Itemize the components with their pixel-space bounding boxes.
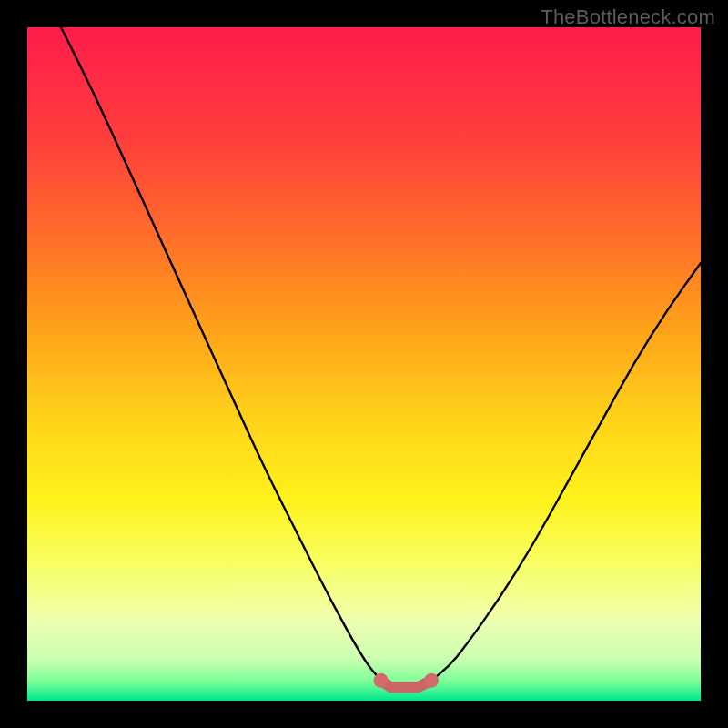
plot-area xyxy=(27,27,701,701)
gradient-fill xyxy=(27,27,701,701)
marker-endpoint xyxy=(374,673,389,688)
canvas-frame: TheBottleneck.com xyxy=(0,0,728,728)
watermark-text: TheBottleneck.com xyxy=(541,5,715,29)
chart-svg xyxy=(27,27,701,701)
marker-endpoint xyxy=(424,673,439,688)
